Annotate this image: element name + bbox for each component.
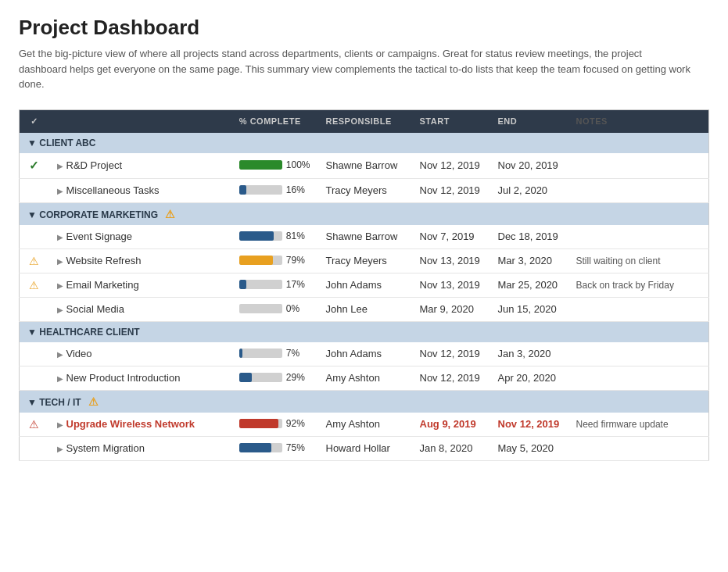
pct-label: 17% bbox=[286, 279, 308, 290]
project-name-label: Event Signage bbox=[66, 231, 133, 242]
project-name-cell[interactable]: ▶Social Media bbox=[49, 297, 231, 321]
project-name-cell[interactable]: ▶Email Marketing bbox=[49, 273, 231, 297]
progress-bar-bg bbox=[239, 160, 282, 170]
page-title: Project Dashboard bbox=[19, 16, 709, 40]
end-date-cell: Mar 3, 2020 bbox=[490, 248, 568, 273]
row-check-cell: ⚠ bbox=[20, 248, 49, 273]
table-header-row: ✓ % Complete Responsible Start End Notes bbox=[20, 109, 709, 133]
project-name-cell[interactable]: ▶Website Refresh bbox=[49, 248, 231, 273]
pct-complete-cell: 100% bbox=[231, 153, 318, 179]
start-date: Mar 9, 2020 bbox=[420, 303, 474, 315]
row-check-cell: ✓ bbox=[20, 153, 49, 179]
start-date: Nov 12, 2019 bbox=[420, 184, 480, 196]
end-date-cell: Nov 12, 2019 bbox=[490, 413, 568, 437]
project-dashboard-table: ✓ % Complete Responsible Start End Notes… bbox=[19, 109, 709, 461]
notes-cell bbox=[568, 342, 709, 366]
end-date-cell: Dec 18, 2019 bbox=[490, 225, 568, 249]
project-name-cell[interactable]: ▶Upgrade Wireless Network bbox=[49, 413, 231, 437]
group-expand-icon[interactable]: ▼ bbox=[27, 138, 37, 148]
progress-bar-bg bbox=[239, 373, 282, 382]
responsible-cell: Shawne Barrow bbox=[318, 153, 412, 179]
row-check-cell bbox=[20, 178, 49, 202]
project-name-cell[interactable]: ▶R&D Project bbox=[49, 153, 231, 179]
responsible-cell: Amy Ashton bbox=[318, 413, 412, 437]
pct-label: 100% bbox=[286, 159, 310, 170]
progress-bar-fill bbox=[239, 256, 273, 265]
project-name-label: Email Marketing bbox=[66, 279, 139, 291]
pct-label: 92% bbox=[286, 418, 308, 429]
group-row-corporate-marketing: ▼ CORPORATE MARKETING ⚠ bbox=[20, 202, 709, 225]
group-expand-icon[interactable]: ▼ bbox=[27, 327, 37, 338]
notes-text: Back on track by Friday bbox=[576, 280, 674, 291]
table-row: ✓▶R&D Project 100% Shawne BarrowNov 12, … bbox=[20, 153, 709, 179]
end-date: Jan 3, 2020 bbox=[498, 348, 551, 359]
progress-bar-fill bbox=[239, 443, 271, 452]
end-date-cell: Apr 20, 2020 bbox=[490, 366, 568, 390]
end-date: Nov 12, 2019 bbox=[498, 418, 560, 430]
row-expand-arrow: ▶ bbox=[57, 420, 63, 429]
table-row: ▶System Migration 75% Howard HollarJan 8… bbox=[20, 436, 709, 460]
progress-bar-fill bbox=[239, 419, 279, 428]
project-name-cell[interactable]: ▶System Migration bbox=[49, 436, 231, 460]
start-date: Nov 7, 2019 bbox=[420, 231, 475, 242]
end-date-cell: Jul 2, 2020 bbox=[490, 178, 568, 202]
start-date-cell: Mar 9, 2020 bbox=[412, 297, 490, 321]
start-date-cell: Nov 7, 2019 bbox=[412, 225, 490, 249]
notes-text: Still waiting on client bbox=[576, 256, 661, 266]
start-date-cell: Nov 12, 2019 bbox=[412, 366, 490, 390]
group-row-tech-it: ▼ TECH / IT ⚠ bbox=[20, 390, 709, 413]
responsible-name: Tracy Meyers bbox=[326, 184, 387, 196]
start-date-cell: Aug 9, 2019 bbox=[412, 413, 490, 437]
page-description: Get the big-picture view of where all pr… bbox=[19, 46, 691, 92]
responsible-name: John Adams bbox=[326, 348, 382, 359]
responsible-name: Tracy Meyers bbox=[326, 255, 387, 266]
end-date: Nov 20, 2019 bbox=[498, 159, 558, 171]
progress-bar-bg bbox=[239, 280, 282, 289]
project-name-cell[interactable]: ▶New Product Introduction bbox=[49, 366, 231, 390]
group-expand-icon[interactable]: ▼ bbox=[27, 397, 37, 408]
group-expand-icon[interactable]: ▼ bbox=[27, 209, 37, 220]
pct-label: 79% bbox=[286, 255, 308, 266]
table-row: ⚠▶Upgrade Wireless Network 92% Amy Ashto… bbox=[20, 413, 709, 437]
group-row-client-abc: ▼ CLIENT ABC bbox=[20, 133, 709, 153]
pct-complete-cell: 17% bbox=[231, 273, 318, 297]
header-start: Start bbox=[412, 109, 490, 133]
table-row: ⚠▶Website Refresh 79% Tracy MeyersNov 13… bbox=[20, 248, 709, 273]
progress-bar-fill bbox=[239, 231, 274, 241]
row-expand-arrow: ▶ bbox=[57, 162, 63, 170]
project-name-cell[interactable]: ▶Miscellaneous Tasks bbox=[49, 178, 231, 202]
row-expand-arrow: ▶ bbox=[57, 374, 63, 383]
start-date: Nov 13, 2019 bbox=[420, 255, 480, 266]
end-date: Dec 18, 2019 bbox=[498, 231, 558, 242]
progress-bar-bg bbox=[239, 419, 282, 428]
notes-cell: Still waiting on client bbox=[568, 248, 709, 273]
notes-cell: Back on track by Friday bbox=[568, 273, 709, 297]
progress-bar-bg bbox=[239, 443, 282, 452]
header-notes: Notes bbox=[568, 109, 709, 133]
table-row: ▶Miscellaneous Tasks 16% Tracy MeyersNov… bbox=[20, 178, 709, 202]
pct-label: 0% bbox=[286, 303, 308, 314]
progress-bar-fill bbox=[239, 160, 282, 170]
end-date: Mar 25, 2020 bbox=[498, 279, 558, 291]
start-date-cell: Jan 8, 2020 bbox=[412, 436, 490, 460]
project-name-label: Miscellaneous Tasks bbox=[66, 184, 160, 196]
responsible-cell: Tracy Meyers bbox=[318, 248, 412, 273]
project-name-cell[interactable]: ▶Event Signage bbox=[49, 225, 231, 249]
project-name-cell[interactable]: ▶Video bbox=[49, 342, 231, 366]
warning-icon: ⚠ bbox=[29, 255, 39, 267]
responsible-name: Howard Hollar bbox=[326, 442, 390, 454]
group-warning-icon: ⚠ bbox=[88, 395, 99, 408]
responsible-cell: Shawne Barrow bbox=[318, 225, 412, 249]
end-date: Jul 2, 2020 bbox=[498, 184, 548, 196]
progress-bar-bg bbox=[239, 231, 282, 241]
pct-complete-cell: 16% bbox=[231, 178, 318, 202]
responsible-name: Amy Ashton bbox=[326, 372, 380, 384]
table-row: ▶Video 7% John AdamsNov 12, 2019Jan 3, 2… bbox=[20, 342, 709, 366]
progress-bar-fill bbox=[239, 185, 246, 195]
table-row: ▶New Product Introduction 29% Amy Ashton… bbox=[20, 366, 709, 390]
project-name-label: R&D Project bbox=[66, 159, 123, 171]
progress-bar-bg bbox=[239, 185, 282, 195]
end-date: May 5, 2020 bbox=[498, 442, 554, 454]
end-date: Apr 20, 2020 bbox=[498, 372, 556, 384]
notes-text: Need firmware update bbox=[576, 419, 669, 430]
